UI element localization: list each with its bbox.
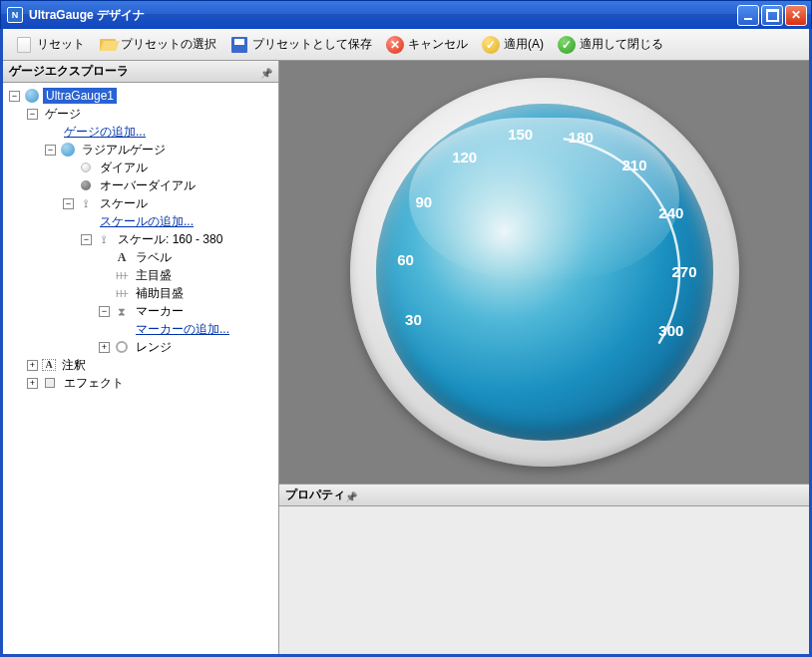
effect-icon <box>42 375 58 391</box>
gauge-tick-label: 30 <box>405 311 422 328</box>
expander-icon[interactable]: − <box>81 234 92 245</box>
annotation-label[interactable]: 注釈 <box>59 356 89 375</box>
properties-body[interactable] <box>279 506 809 654</box>
apply-button[interactable]: ✓ 適用(A) <box>476 33 550 57</box>
apply-close-button[interactable]: ✓ 適用して閉じる <box>552 33 669 57</box>
explorer-panel: ゲージエクスプローラ − UltraGauge1 − ゲージ <box>3 61 279 654</box>
gauge: 306090120150180210240270300 <box>350 78 739 467</box>
tree-label[interactable]: A ラベル <box>5 248 276 266</box>
apply-icon: ✓ <box>482 36 500 54</box>
new-icon <box>15 36 33 54</box>
window-title: UltraGauge デザイナ <box>29 7 145 24</box>
expander-icon[interactable]: + <box>27 378 38 389</box>
tree-minor[interactable]: ⊦⊦⊦ 補助目盛 <box>5 284 276 302</box>
tree-major[interactable]: ⊦⊦⊦ 主目盛 <box>5 266 276 284</box>
ok-icon: ✓ <box>558 36 576 54</box>
apply-label: 適用(A) <box>504 36 544 53</box>
letter-a-icon: A <box>114 249 130 265</box>
preset-save-button[interactable]: プリセットとして保存 <box>224 33 378 57</box>
expander-icon[interactable]: − <box>99 306 110 317</box>
expander-icon[interactable]: − <box>27 109 38 120</box>
add-marker-link[interactable]: マーカーの追加... <box>133 320 232 339</box>
gauge-tick-label: 270 <box>671 263 696 280</box>
gauge-preview: 306090120150180210240270300 <box>279 61 809 485</box>
tree-annotation[interactable]: + A 注釈 <box>5 356 276 374</box>
pin-icon[interactable] <box>260 66 272 78</box>
explorer-tree[interactable]: − UltraGauge1 − ゲージ ゲージの追加... − <box>3 83 278 654</box>
root-label[interactable]: UltraGauge1 <box>43 88 117 104</box>
cancel-label: キャンセル <box>408 36 468 53</box>
add-scale-link[interactable]: スケールの追加... <box>97 212 197 231</box>
range-label[interactable]: レンジ <box>133 338 175 357</box>
marker-icon: ⧗ <box>114 303 130 319</box>
tree-scale[interactable]: − ⟟ スケール <box>5 194 276 212</box>
close-button[interactable] <box>785 5 807 26</box>
gauge-tick-label: 150 <box>508 126 533 143</box>
tree-dial[interactable]: ダイアル <box>5 159 276 176</box>
minimize-button[interactable] <box>737 5 759 26</box>
properties-header: プロパティ <box>279 485 809 506</box>
add-gauge-link[interactable]: ゲージの追加... <box>61 123 149 142</box>
explorer-header: ゲージエクスプローラ <box>3 61 278 83</box>
maximize-button[interactable] <box>761 5 783 26</box>
tree-add-marker[interactable]: マーカーの追加... <box>5 320 276 338</box>
globe-icon <box>60 142 76 158</box>
expander-icon[interactable]: + <box>99 342 110 353</box>
dot-light-icon <box>78 160 94 175</box>
pin-icon[interactable] <box>345 490 357 501</box>
marker-label[interactable]: マーカー <box>133 302 187 321</box>
properties-title: プロパティ <box>285 487 345 503</box>
titlebar: N UltraGauge デザイナ <box>0 0 812 29</box>
apply-close-label: 適用して閉じる <box>580 36 663 53</box>
app-icon: N <box>7 7 23 23</box>
ticks-icon: ⊦⊦⊦ <box>114 285 130 301</box>
reset-button[interactable]: リセット <box>9 33 91 57</box>
tree-range[interactable]: + レンジ <box>5 338 276 356</box>
reset-label: リセット <box>37 36 85 53</box>
scale-range-label[interactable]: スケール: 160 - 380 <box>115 230 225 249</box>
explorer-title: ゲージエクスプローラ <box>9 63 129 80</box>
toolbar: リセット プリセットの選択 プリセットとして保存 ✕ キャンセル ✓ 適用(A)… <box>3 29 809 61</box>
radial-label[interactable]: ラジアルゲージ <box>79 141 169 160</box>
scale-icon: ⟟ <box>96 231 112 247</box>
gauge-tick-label: 120 <box>452 149 477 165</box>
scale-icon: ⟟ <box>78 195 94 211</box>
window-buttons <box>737 5 807 26</box>
ticks-icon: ⊦⊦⊦ <box>114 267 130 283</box>
cancel-button[interactable]: ✕ キャンセル <box>380 33 474 57</box>
annotation-icon: A <box>42 359 56 371</box>
tree-add-scale[interactable]: スケールの追加... <box>5 212 276 230</box>
preset-select-button[interactable]: プリセットの選択 <box>93 33 222 57</box>
expander-icon[interactable]: + <box>27 360 38 371</box>
globe-icon <box>24 88 40 104</box>
tree-scale-range[interactable]: − ⟟ スケール: 160 - 380 <box>5 230 276 248</box>
tree-radial[interactable]: − ラジアルゲージ <box>5 141 276 159</box>
cancel-icon: ✕ <box>386 36 404 54</box>
minor-label[interactable]: 補助目盛 <box>133 284 187 303</box>
expander-icon[interactable]: − <box>45 145 56 156</box>
save-icon <box>230 36 248 54</box>
expander-icon[interactable]: − <box>9 91 20 102</box>
tree-root[interactable]: − UltraGauge1 <box>5 87 276 105</box>
dot-dark-icon <box>78 177 94 193</box>
range-icon <box>114 339 130 355</box>
major-label[interactable]: 主目盛 <box>133 266 175 285</box>
tree-add-gauge[interactable]: ゲージの追加... <box>5 123 276 141</box>
scale-label[interactable]: スケール <box>97 194 151 213</box>
gauge-tick-label: 60 <box>397 251 414 268</box>
expander-icon[interactable]: − <box>63 198 74 209</box>
gauge-tick-label: 90 <box>415 193 432 210</box>
right-panel: 306090120150180210240270300 プロパティ <box>279 61 809 654</box>
gauge-svg: 306090120150180210240270300 <box>376 104 713 441</box>
tree-marker[interactable]: − ⧗ マーカー <box>5 302 276 320</box>
label-label[interactable]: ラベル <box>133 248 175 267</box>
gauge-label[interactable]: ゲージ <box>42 105 84 124</box>
tree-overdial[interactable]: オーバーダイアル <box>5 176 276 194</box>
effect-label[interactable]: エフェクト <box>61 374 127 393</box>
overdial-label[interactable]: オーバーダイアル <box>97 176 199 195</box>
dial-label[interactable]: ダイアル <box>97 159 151 177</box>
folder-open-icon <box>99 36 117 54</box>
preset-select-label: プリセットの選択 <box>121 36 216 53</box>
tree-gauge[interactable]: − ゲージ <box>5 105 276 123</box>
tree-effect[interactable]: + エフェクト <box>5 374 276 392</box>
